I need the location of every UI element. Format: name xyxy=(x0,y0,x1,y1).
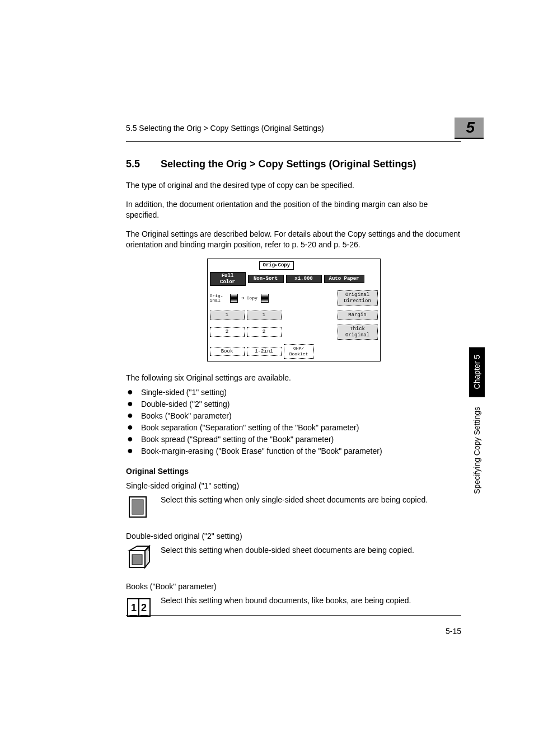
svg-text:1: 1 xyxy=(131,602,137,613)
setting-books: Books ("Book" parameter) 1 2 Select this… xyxy=(126,582,461,620)
setting-title: Double-sided original ("2" setting) xyxy=(126,532,461,541)
list-item-text: Books ("Book" parameter) xyxy=(141,411,232,420)
page-number: 5-15 xyxy=(446,627,461,636)
setting-desc: Select this setting when only single-sid… xyxy=(161,495,428,506)
intro-list-text: The following six Original settings are … xyxy=(126,373,461,384)
list-item-text: Single-sided ("1" setting) xyxy=(141,388,227,397)
lcd-margin: Margin xyxy=(338,311,378,320)
list-item: ●Book-margin-erasing ("Book Erase" funct… xyxy=(126,447,461,456)
page-icon xyxy=(261,294,269,303)
setting-double-sided: Double-sided original ("2" setting) R Se… xyxy=(126,532,461,570)
svg-rect-4 xyxy=(132,555,142,565)
paragraph-2: In addition, the document orientation an… xyxy=(126,199,461,221)
original-settings-heading: Original Settings xyxy=(126,467,461,476)
page-footer: 5-15 xyxy=(126,615,461,636)
lcd-original-label: Orig- inal xyxy=(210,294,227,303)
side-chapter-label: Chapter 5 xyxy=(469,347,485,397)
lcd-book: Book xyxy=(210,347,245,356)
running-title: 5.5 Selecting the Orig > Copy Settings (… xyxy=(126,124,324,133)
list-item: ●Single-sided ("1" setting) xyxy=(126,388,461,397)
lcd-full-color: Full Color xyxy=(210,272,246,287)
lcd-two-b: 2 xyxy=(247,327,282,337)
lcd-title: Orig▸Copy xyxy=(259,261,294,270)
lcd-ohp-booklet: OHP/ Booklet xyxy=(284,344,314,358)
section-heading: 5.5 Selecting the Orig > Copy Settings (… xyxy=(126,158,461,170)
lcd-one-a: 1 xyxy=(210,311,245,320)
setting-title: Single-sided original ("1" setting) xyxy=(126,481,461,490)
lcd-screen: Orig▸Copy Full Color Non-Sort x1.000 Aut… xyxy=(207,259,381,361)
list-item-text: Double-sided ("2" setting) xyxy=(141,400,230,408)
section-number: 5.5 xyxy=(126,158,146,170)
page-header: 5.5 Selecting the Orig > Copy Settings (… xyxy=(126,118,461,142)
lcd-thick-original: Thick Original xyxy=(338,325,378,340)
lcd-original-direction: Original Direction xyxy=(338,290,378,306)
lcd-non-sort: Non-Sort xyxy=(248,275,284,283)
lcd-one-2in1: 1-2in1 xyxy=(247,347,282,356)
setting-title: Books ("Book" parameter) xyxy=(126,582,461,591)
paragraph-3: The Original settings are described belo… xyxy=(126,229,461,251)
list-item: ●Book spread ("Spread" setting of the "B… xyxy=(126,435,461,444)
page-icon xyxy=(230,294,238,303)
section-title: Selecting the Orig > Copy Settings (Orig… xyxy=(161,158,416,170)
lcd-copy-label: Copy xyxy=(247,296,257,300)
paragraph-1: The type of original and the desired typ… xyxy=(126,180,461,191)
svg-text:2: 2 xyxy=(141,602,147,613)
lcd-two-a: 2 xyxy=(210,327,245,337)
arrow-icon: ➔ xyxy=(241,295,245,302)
double-sided-icon: R xyxy=(126,545,152,570)
chapter-number-badge: 5 xyxy=(455,118,484,139)
list-item: ●Books ("Book" parameter) xyxy=(126,411,461,420)
svg-text:R: R xyxy=(146,547,149,552)
lcd-one-b: 1 xyxy=(247,311,282,320)
svg-rect-2 xyxy=(133,500,143,514)
setting-single-sided: Single-sided original ("1" setting) Sele… xyxy=(126,481,461,519)
list-item: ●Double-sided ("2" setting) xyxy=(126,400,461,408)
setting-desc: Select this setting when double-sided sh… xyxy=(161,545,414,556)
list-item-text: Book-margin-erasing ("Book Erase" functi… xyxy=(141,447,382,456)
lcd-auto-paper: Auto Paper xyxy=(324,275,364,283)
side-section-label: Specifying Copy Settings xyxy=(472,407,481,494)
setting-desc: Select this setting when bound documents… xyxy=(161,595,411,607)
single-sided-icon xyxy=(126,495,152,519)
list-item-text: Book separation ("Separation" setting of… xyxy=(141,423,359,432)
lcd-zoom: x1.000 xyxy=(286,275,322,283)
bullet-list: ●Single-sided ("1" setting) ●Double-side… xyxy=(126,388,461,456)
list-item: ●Book separation ("Separation" setting o… xyxy=(126,423,461,432)
list-item-text: Book spread ("Spread" setting of the "Bo… xyxy=(141,435,334,444)
side-tab: Chapter 5 Specifying Copy Settings xyxy=(469,347,485,494)
